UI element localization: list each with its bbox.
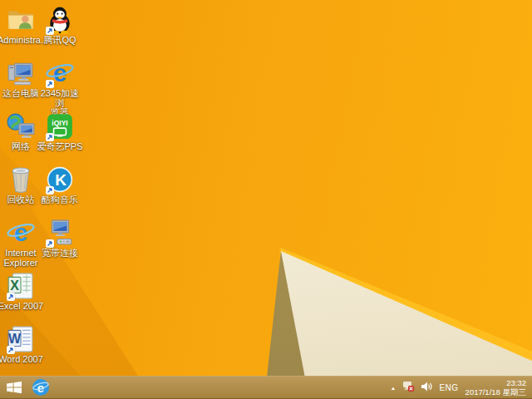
kugou-k-letter: K bbox=[55, 171, 66, 189]
ie-icon: e bbox=[6, 218, 36, 248]
shortcut-arrow-icon bbox=[46, 133, 54, 141]
network-status-icon[interactable] bbox=[402, 380, 414, 395]
hidden-icons-button[interactable]: ▲ bbox=[390, 385, 396, 390]
ie-icon: e bbox=[32, 378, 50, 397]
system-tray: ▲ ENG 23:32 2017/1/18 星期三 bbox=[390, 378, 532, 397]
shortcut-arrow-icon bbox=[46, 239, 54, 248]
svg-text:e: e bbox=[53, 59, 67, 86]
excel-icon: X bbox=[6, 271, 36, 301]
clock[interactable]: 23:32 2017/1/18 星期三 bbox=[466, 378, 526, 397]
windows-logo-icon bbox=[7, 382, 22, 394]
shortcut-arrow-icon bbox=[46, 27, 54, 35]
clock-time: 23:32 bbox=[466, 378, 526, 387]
iqiyi-wordmark: iQIYI bbox=[52, 119, 67, 127]
desktop-icon-iqiyi-pps[interactable]: iQIYI 爱奇艺PPS bbox=[37, 111, 83, 152]
taskbar: e ▲ ENG bbox=[0, 376, 532, 399]
iqiyi-icon: iQIYI bbox=[45, 111, 75, 141]
broadband-devices-icon bbox=[45, 218, 75, 248]
svg-text:X: X bbox=[10, 278, 19, 293]
icon-label: Excel 2007 bbox=[0, 302, 44, 312]
start-button[interactable] bbox=[2, 377, 27, 399]
computer-icon bbox=[6, 58, 36, 88]
desktop-icon-kugou-music[interactable]: K 酷狗音乐 bbox=[37, 165, 83, 205]
desktop-icon-broadband-connection[interactable]: 宽带连接 bbox=[37, 218, 83, 259]
qq-penguin-icon bbox=[45, 5, 75, 35]
language-indicator[interactable]: ENG bbox=[439, 383, 458, 392]
svg-text:W: W bbox=[8, 332, 22, 346]
kugou-k-icon: K bbox=[45, 165, 75, 195]
shortcut-arrow-icon bbox=[7, 346, 15, 354]
word-icon: W bbox=[6, 324, 36, 354]
browser-e-icon: e bbox=[45, 58, 75, 88]
icon-label: 爱奇艺PPS bbox=[37, 142, 83, 152]
desktop-icon-2345-browser[interactable]: e 2345加速浏 览器 bbox=[37, 58, 83, 118]
taskbar-ie-button[interactable]: e bbox=[27, 377, 55, 399]
icon-label: 酷狗音乐 bbox=[37, 195, 83, 205]
network-globe-icon bbox=[6, 111, 36, 141]
desktop-surface[interactable]: Administra... 这台电脑 bbox=[0, 0, 532, 399]
icon-label: 宽带连接 bbox=[37, 249, 83, 259]
icon-label: Word 2007 bbox=[0, 355, 44, 365]
volume-icon[interactable] bbox=[421, 380, 432, 395]
user-folder-icon bbox=[6, 5, 36, 35]
shortcut-arrow-icon bbox=[46, 186, 54, 195]
desktop-icon-excel-2007[interactable]: X Excel 2007 bbox=[0, 271, 44, 312]
clock-date: 2017/1/18 星期三 bbox=[466, 387, 526, 397]
desktop-icon-tencent-qq[interactable]: 腾讯QQ bbox=[37, 5, 83, 46]
icon-label: 腾讯QQ bbox=[37, 36, 83, 46]
desktop-icon-word-2007[interactable]: W Word 2007 bbox=[0, 324, 44, 365]
shortcut-arrow-icon bbox=[46, 80, 54, 88]
shortcut-arrow-icon bbox=[7, 293, 15, 301]
recycle-bin-icon bbox=[6, 165, 36, 195]
svg-text:e: e bbox=[14, 219, 28, 246]
